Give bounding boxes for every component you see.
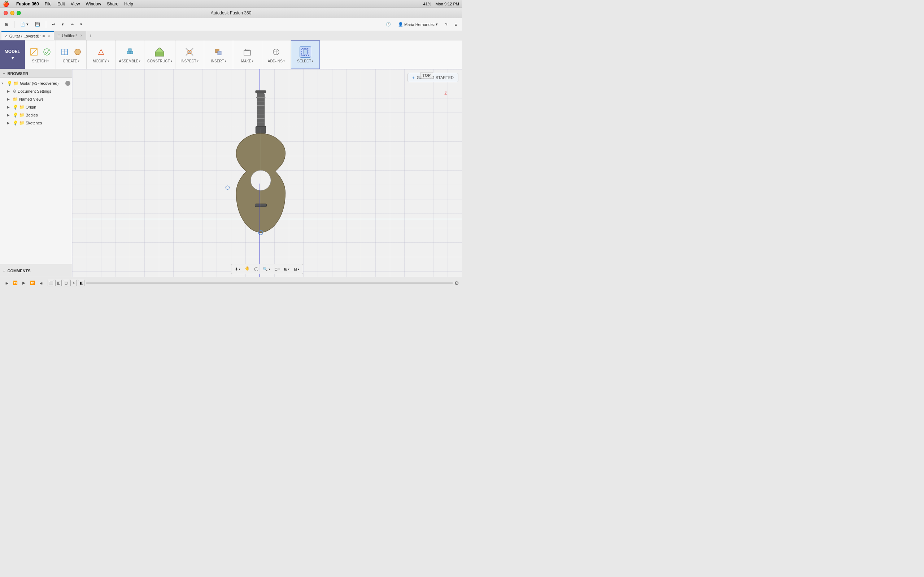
- timeline-icon-2[interactable]: ◫: [55, 280, 62, 286]
- ribbon-section-insert: INSERT ▾: [204, 40, 233, 69]
- viewport-display-btn[interactable]: ◻ ▾: [273, 266, 281, 272]
- inspect-label[interactable]: INSPECT ▾: [181, 59, 199, 63]
- redo-dropdown[interactable]: ▾: [78, 21, 84, 28]
- tree-item-named-views[interactable]: ▶ 📁 Named Views: [0, 95, 72, 103]
- make-label[interactable]: MAKE ▾: [241, 59, 254, 63]
- create-label[interactable]: CREATE ▾: [63, 59, 79, 63]
- tab-icon-guitar: ○: [5, 34, 8, 38]
- addins-icon-btn[interactable]: [270, 46, 282, 58]
- new-tab-button[interactable]: +: [86, 31, 95, 40]
- tab-guitar[interactable]: ○ Guitar (...overed)* ×: [2, 31, 54, 40]
- user-menu-button[interactable]: 👤 Maria Hernandez ▾: [396, 21, 440, 28]
- timeline-prev[interactable]: ⏪: [11, 279, 19, 287]
- make-icon-btn[interactable]: [241, 46, 253, 58]
- timeline-play[interactable]: ▶: [20, 279, 27, 287]
- timeline-next[interactable]: ⏩: [29, 279, 36, 287]
- tree-label-named-views: Named Views: [19, 97, 44, 102]
- tree-item-sketches[interactable]: ▶ 💡 📁 Sketches: [0, 119, 72, 127]
- undo-button[interactable]: ↩: [50, 21, 57, 28]
- sketch-finish-btn[interactable]: [41, 46, 53, 58]
- left-panel: − BROWSER ▾ 💡 📁 Guitar (v3~recovered) ▶ …: [0, 69, 72, 277]
- minimize-button[interactable]: [10, 11, 15, 15]
- assemble-icon-btn[interactable]: [124, 46, 136, 58]
- tab-modified-indicator: [43, 35, 45, 37]
- viewport-navigate-btn[interactable]: ✛ ▾: [234, 266, 242, 272]
- svg-rect-17: [244, 50, 250, 55]
- modify-label[interactable]: MODIFY ▾: [93, 59, 109, 63]
- menubar-right: 41% Mon 9:12 PM: [423, 2, 459, 6]
- apple-menu[interactable]: 🍎: [3, 1, 9, 7]
- create-icon-btn-1[interactable]: [59, 46, 70, 58]
- select-label[interactable]: SELECT ▾: [297, 59, 313, 63]
- help-button[interactable]: ?: [443, 21, 449, 28]
- tree-item-origin[interactable]: ▶ 💡 📁 Origin: [0, 103, 72, 111]
- tree-item-guitar-root[interactable]: ▾ 💡 📁 Guitar (v3~recovered): [0, 79, 72, 87]
- maximize-button[interactable]: [16, 11, 21, 15]
- construct-label[interactable]: CONSTRUCT ▾: [147, 59, 172, 63]
- timeline-icon-1[interactable]: ⬜: [48, 280, 54, 286]
- view-cube-top[interactable]: TOP: [420, 72, 433, 79]
- construct-icon-btn[interactable]: [154, 46, 165, 58]
- tree-label-sketches: Sketches: [26, 121, 42, 125]
- timeline-icon-4[interactable]: ○: [70, 280, 77, 286]
- timeline-icon-5[interactable]: ◧: [78, 280, 84, 286]
- timeline-icon-3[interactable]: ◻: [63, 280, 69, 286]
- getting-started-icon: +: [412, 76, 414, 80]
- chevron-guitar-root: ▾: [2, 82, 6, 85]
- model-dropdown-button[interactable]: MODEL ▾: [0, 40, 25, 69]
- viewport-pan-btn[interactable]: 🤚: [243, 266, 251, 272]
- viewport-grid-btn[interactable]: ⊞ ▾: [283, 266, 291, 272]
- sketch-label[interactable]: SKETCH ▾: [32, 59, 49, 63]
- menubar-window[interactable]: Window: [86, 2, 102, 6]
- folder-icon-guitar: 📁: [13, 81, 19, 86]
- timeline-settings-icon[interactable]: ⚙: [454, 280, 459, 286]
- panel-collapse-icon[interactable]: −: [3, 71, 5, 76]
- svg-rect-10: [155, 52, 164, 56]
- addins-label[interactable]: ADD-INS ▾: [268, 59, 285, 63]
- create-icon-btn-2[interactable]: [72, 46, 83, 58]
- menubar-help[interactable]: Help: [124, 2, 133, 6]
- viewport-zoom-btn[interactable]: 🔍 ▾: [261, 266, 271, 272]
- viewport-view-btn[interactable]: ⊡ ▾: [292, 266, 300, 272]
- tree-item-doc-settings[interactable]: ▶ ⚙ Document Settings: [0, 87, 72, 95]
- apps-grid-button[interactable]: ⊞: [3, 21, 10, 28]
- tab-close-guitar[interactable]: ×: [48, 34, 50, 38]
- svg-rect-9: [129, 49, 131, 51]
- viewport[interactable]: + GETTING STARTED TOP Z: [72, 69, 462, 277]
- assemble-label[interactable]: ASSEMBLE ▾: [119, 59, 141, 63]
- insert-icon-btn[interactable]: [213, 46, 224, 58]
- menubar-file[interactable]: File: [45, 2, 52, 6]
- redo-button[interactable]: ↪: [68, 21, 76, 28]
- svg-point-2: [44, 49, 50, 55]
- history-button[interactable]: 🕐: [384, 21, 393, 28]
- menubar-share[interactable]: Share: [107, 2, 118, 6]
- ribbon-section-addins: ADD-INS ▾: [262, 40, 291, 69]
- menubar-edit[interactable]: Edit: [57, 2, 65, 6]
- menubar-view[interactable]: View: [71, 2, 80, 6]
- timeline-skip-end[interactable]: ⏭: [37, 279, 45, 287]
- timeline-skip-start[interactable]: ⏮: [3, 279, 10, 287]
- tab-close-untitled[interactable]: ×: [80, 34, 82, 37]
- undo-dropdown[interactable]: ▾: [60, 21, 66, 28]
- comments-expand-icon[interactable]: +: [3, 269, 5, 273]
- modify-icon-btn[interactable]: [95, 46, 107, 58]
- close-button[interactable]: [3, 11, 8, 15]
- save-button[interactable]: 💾: [33, 21, 42, 28]
- tab-untitled[interactable]: □ Untitled* ×: [54, 31, 86, 40]
- select-icon-btn[interactable]: [300, 46, 311, 58]
- chevron-named-views: ▶: [7, 97, 11, 101]
- file-icon: 📄: [20, 22, 25, 27]
- file-menu-button[interactable]: 📄 ▾: [18, 21, 31, 28]
- tree-item-bodies[interactable]: ▶ 💡 📁 Bodies: [0, 111, 72, 119]
- svg-rect-24: [257, 93, 264, 129]
- chevron-doc-settings: ▶: [7, 89, 11, 93]
- menubar-fusion360[interactable]: Fusion 360: [16, 2, 39, 6]
- inspect-icon-btn[interactable]: [184, 46, 195, 58]
- timeline-track[interactable]: [86, 282, 453, 284]
- svg-rect-28: [257, 110, 264, 110]
- sketch-icon-btn[interactable]: [28, 46, 40, 58]
- insert-label[interactable]: INSERT ▾: [211, 59, 226, 63]
- viewport-fit-btn[interactable]: ⬡: [253, 266, 260, 272]
- svg-rect-27: [257, 105, 264, 106]
- more-button[interactable]: ≡: [452, 21, 459, 28]
